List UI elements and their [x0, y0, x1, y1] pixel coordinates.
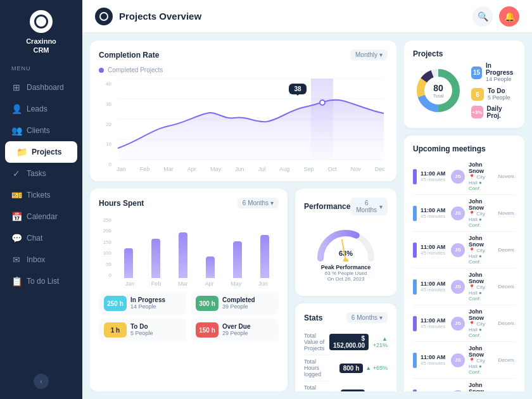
performance-card: Performance 6 Months ▾ [295, 189, 396, 296]
meeting-indicator [413, 353, 417, 368]
meeting-time: 11:00 AM 45 minutes [421, 207, 447, 219]
stat-value-badge: 756 h [341, 390, 365, 392]
meeting-indicator [413, 243, 417, 258]
meeting-indicator [413, 169, 417, 184]
people-used: 63 % People Used [321, 270, 371, 276]
stats-filter-button[interactable]: 6 Months ▾ [346, 312, 388, 323]
list-icon: 📋 [11, 276, 22, 286]
meeting-item-3: 11:00 AM 45 minutes JS John Snow 📍 City … [413, 232, 516, 269]
filter-label: Monthly [355, 51, 377, 58]
sidebar-item-clients[interactable]: 👥 Clients [0, 120, 82, 141]
stat-badge-completed: 300 h [196, 296, 218, 311]
perf-filter-button[interactable]: 6 Months ▾ [350, 198, 388, 215]
sidebar-collapse-button[interactable]: ‹ [34, 374, 49, 389]
sidebar-item-tasks[interactable]: ✓ Tasks [0, 163, 82, 184]
meeting-info: John Snow 📍 City Hall ● Conf. [469, 198, 486, 228]
stats-cell-value: $ 152,000.00 ▲ +21% [329, 329, 388, 355]
chart-legend: Completed Projects [99, 66, 388, 73]
avatar: JS [451, 280, 465, 294]
meeting-item-7: 11:00 AM 45 minutes JS John Snow 📍 City … [413, 379, 516, 391]
meeting-time: 11:00 AM 45 minutes [421, 244, 447, 256]
sidebar-item-todo[interactable]: 📋 To do List [0, 270, 82, 292]
meetings-title: Upcoming meetings [413, 144, 516, 153]
perf-date: On Oct 26, 2023 [321, 276, 371, 282]
stats-row-billed: Total Hours Billed 756 h ▼ -23% [304, 381, 388, 392]
sidebar-item-calendar[interactable]: 📅 Calendar [0, 206, 82, 227]
meeting-item-4: 11:00 AM 45 minutes JS John Snow 📍 City … [413, 269, 516, 305]
sidebar-item-projects[interactable]: 📁 Projects [5, 141, 77, 163]
avatar: JS [451, 170, 465, 184]
chat-icon: 💬 [11, 233, 22, 243]
bottom-row: Hours Spent 6 Months ▾ 250200150100500 [90, 189, 396, 391]
content-left: Completion Rate Monthly ▾ Completed Proj… [90, 41, 396, 391]
stats-cell-label: Total Hours logged [304, 355, 329, 381]
bar [233, 241, 242, 278]
meeting-time: 11:00 AM 45 minutes [421, 317, 447, 329]
bar [260, 235, 269, 278]
bar [124, 248, 133, 278]
bar [206, 256, 215, 278]
sidebar-item-inbox[interactable]: ✉ Inbox [0, 249, 82, 270]
bar-feb [144, 239, 167, 278]
stat-overdue: 150 h Over Due 29 People [191, 319, 279, 341]
donut-center: 80 Total [433, 83, 444, 99]
hours-filter-button[interactable]: 6 Months ▾ [238, 198, 279, 208]
avatar: JS [451, 243, 465, 257]
meeting-info: John Snow 📍 City Hall ● Conf. [469, 382, 486, 391]
sidebar-item-label: Projects [32, 148, 61, 156]
bar-chart-area: 250200150100500 [99, 215, 279, 287]
meeting-indicator [413, 206, 417, 221]
bar-may [225, 241, 249, 278]
bar [151, 239, 160, 278]
meeting-time: 11:00 AM 45 minutes [421, 391, 447, 391]
perf-title: Performance [304, 202, 350, 211]
line-chart-wrapper: 38 Jan Feb Mar Apr May Jun Jul Aug Sep [114, 79, 388, 172]
notifications-button[interactable]: 🔔 [499, 6, 519, 27]
sidebar: CraxinnoCRM Menu ⊞ Dashboard 👤 Leads 👥 C… [0, 0, 82, 399]
monthly-filter-button[interactable]: Monthly ▾ [350, 49, 388, 60]
sidebar-item-label: To do List [27, 277, 59, 286]
sidebar-item-dashboard[interactable]: ⊞ Dashboard [0, 77, 82, 98]
sidebar-item-label: Dashboard [27, 83, 64, 92]
header-actions: 🔍 🔔 [472, 6, 519, 27]
bar-chart [114, 215, 279, 278]
donut-label: Total [433, 93, 444, 99]
svg-point-6 [320, 100, 325, 105]
stats-filter-label: 6 Months [352, 314, 377, 321]
meeting-item-1: 11:00 AM 45 minutes JS John Snow 📍 City … [413, 158, 516, 195]
sidebar-logo [30, 10, 53, 33]
meeting-info: John Snow 📍 City Hall ● Conf. [469, 308, 486, 338]
meeting-indicator [413, 390, 417, 391]
main-area: Projects Overview 🔍 🔔 Completion Rate Mo… [82, 0, 532, 399]
sidebar-item-label: Tasks [27, 169, 46, 178]
sidebar-item-label: Chat [27, 234, 42, 243]
gauge-area: 63% Peak Performance 63 % People Used On… [304, 222, 388, 287]
chart-y-labels: 403020100 [99, 79, 114, 167]
completion-rate-title: Completion Rate [99, 51, 159, 60]
sidebar-item-tickets[interactable]: 🎫 Tickets [0, 184, 82, 206]
meeting-date: Decem. [490, 284, 516, 289]
meeting-time: 11:00 AM 45 minutes [421, 354, 447, 366]
sidebar-item-leads[interactable]: 👤 Leads [0, 98, 82, 120]
search-button[interactable]: 🔍 [472, 6, 493, 27]
stat-todo: 1 h To Do 5 People [99, 319, 187, 341]
stat-badge-todo: 1 h [104, 322, 127, 338]
bar-y-labels: 250200150100500 [99, 215, 114, 278]
svg-text:63%: 63% [339, 250, 353, 257]
bar-mar [171, 232, 194, 278]
donut-chart: 80 Total [413, 65, 464, 116]
perf-filter-label: 6 Months [355, 200, 377, 213]
bar-jan [117, 248, 140, 278]
projects-title: Projects [413, 49, 516, 58]
legend-text: Completed Projects [108, 66, 163, 73]
sidebar-item-chat[interactable]: 💬 Chat [0, 227, 82, 249]
avatar: JS [451, 317, 465, 331]
meeting-time: 11:00 AM 45 minutes [421, 281, 447, 293]
sidebar-brand: CraxinnoCRM [26, 37, 56, 55]
completion-rate-card: Completion Rate Monthly ▾ Completed Proj… [90, 41, 396, 181]
meeting-date: Decem. [490, 357, 516, 363]
perf-stats-column: Performance 6 Months ▾ [295, 189, 396, 391]
gauge-wrap: 63% [314, 227, 377, 262]
stats-cell-value: 800 h ▲ +65% [329, 355, 388, 381]
meeting-indicator [413, 279, 417, 294]
